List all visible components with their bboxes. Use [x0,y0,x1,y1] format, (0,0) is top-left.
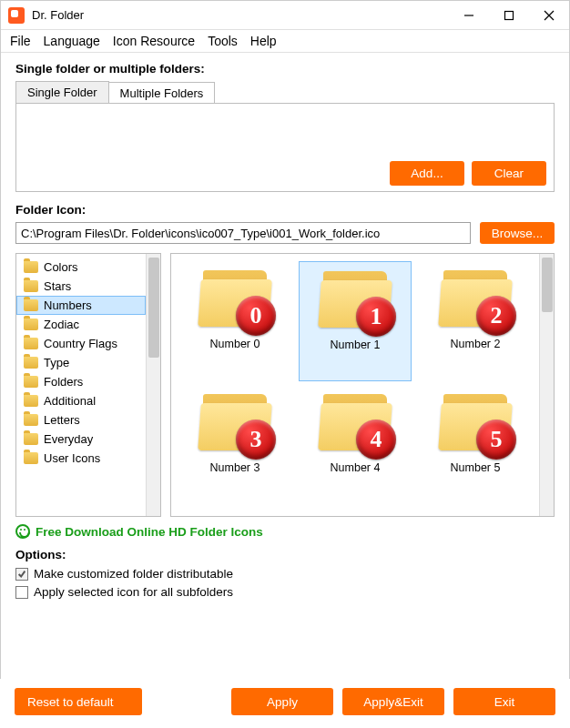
category-additional[interactable]: Additional [16,391,146,410]
icon-tile-number-2[interactable]: 2 Number 2 [419,261,532,381]
folder-icon [24,414,38,426]
category-colors[interactable]: Colors [16,258,146,277]
folder-icon [24,376,38,388]
tile-label: Number 1 [331,339,381,351]
tab-multiple-folders[interactable]: Multiple Folders [109,82,216,105]
apply-button[interactable]: Apply [231,688,333,715]
folder-icon [24,395,38,407]
folder-icon [24,452,38,464]
folder-icon-heading: Folder Icon: [15,203,555,217]
reset-button[interactable]: Reset to default [15,688,142,715]
category-user-icons[interactable]: User Icons [16,449,146,468]
category-country-flags[interactable]: Country Flags [16,334,146,353]
folder-icon [24,280,38,292]
close-button[interactable] [529,1,569,30]
browse-button[interactable]: Browse... [480,222,555,244]
tile-label: Number 0 [210,338,260,350]
checkbox-distributable[interactable] [15,568,28,581]
folder-mode-heading: Single folder or multiple folders: [15,62,555,76]
folder-mode-tabs: Single Folder Multiple Folders [15,81,555,104]
category-zodiac[interactable]: Zodiac [16,315,146,334]
icon-grid-pane: 0 Number 0 1 Number 1 2 Number 2 3 Numbe… [170,253,555,517]
category-folders[interactable]: Folders [16,372,146,391]
category-stars[interactable]: Stars [16,277,146,296]
maximize-button[interactable] [489,1,529,30]
option-subfolders-label: Apply selected icon for all subfolders [34,585,233,599]
category-type[interactable]: Type [16,353,146,372]
category-numbers[interactable]: Numbers [16,296,146,315]
category-letters[interactable]: Letters [16,410,146,430]
download-icons-link[interactable]: Free Download Online HD Folder Icons [15,524,555,539]
menu-language[interactable]: Language [44,34,100,48]
tile-label: Number 4 [331,461,381,474]
clear-folders-button[interactable]: Clear [472,161,546,186]
menu-tools[interactable]: Tools [208,34,238,48]
bottom-button-bar: Reset to default Apply Apply&Exit Exit [0,679,570,728]
category-everyday[interactable]: Everyday [16,430,146,449]
exit-button[interactable]: Exit [453,688,555,715]
app-icon [8,7,25,24]
apply-exit-button[interactable]: Apply&Exit [342,688,444,715]
minimize-button[interactable] [449,1,489,30]
icon-grid-scrollbar[interactable] [539,254,554,516]
folder-icon [24,318,38,330]
icon-path-input[interactable] [15,222,471,244]
option-distributable-label: Make customized folder distributable [34,567,233,581]
icon-tile-number-0[interactable]: 0 Number 0 [178,261,291,381]
tile-label: Number 5 [451,461,501,474]
category-scrollbar[interactable] [146,254,160,516]
tab-single-folder[interactable]: Single Folder [15,81,109,104]
smiley-icon [15,524,30,539]
menu-help[interactable]: Help [250,34,277,48]
icon-tile-number-1[interactable]: 1 Number 1 [299,261,412,381]
folder-icon [24,357,38,369]
menu-file[interactable]: File [10,34,31,48]
tile-label: Number 3 [210,461,260,474]
folders-list-box[interactable]: Add... Clear [15,103,555,192]
add-folder-button[interactable]: Add... [390,161,464,186]
icon-tile-number-4[interactable]: 4 Number 4 [299,385,412,505]
window-title: Dr. Folder [32,8,449,22]
tile-label: Number 2 [451,338,501,350]
folder-icon [24,299,38,311]
icon-tile-number-3[interactable]: 3 Number 3 [178,385,291,505]
menu-bar: File Language Icon Resource Tools Help [1,30,569,53]
icon-tile-number-5[interactable]: 5 Number 5 [419,385,532,505]
options-heading: Options: [15,548,555,561]
folder-icon [24,433,38,445]
menu-icon-resource[interactable]: Icon Resource [113,34,195,48]
folder-icon [24,338,38,349]
checkbox-subfolders[interactable] [15,586,28,599]
svg-rect-1 [505,11,514,19]
folder-icon [24,261,38,273]
category-list: Colors Stars Numbers Zodiac Country Flag… [15,253,161,517]
title-bar: Dr. Folder [1,1,569,30]
